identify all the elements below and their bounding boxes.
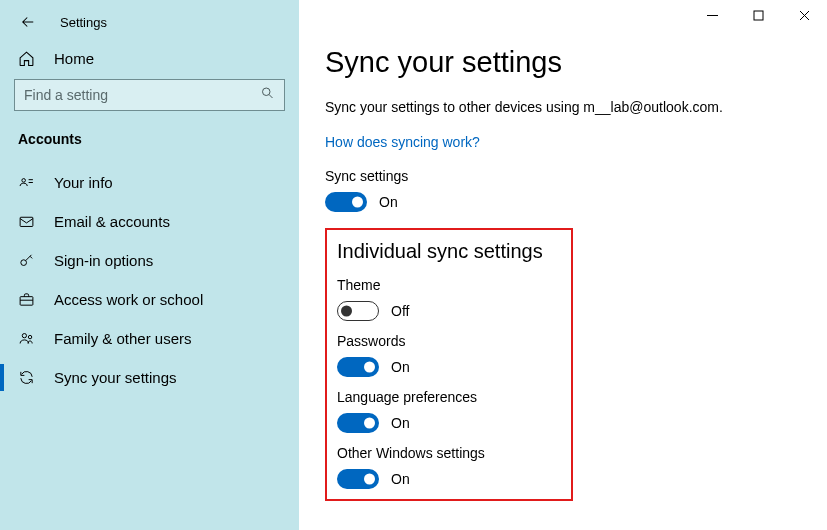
people-icon <box>18 330 36 347</box>
briefcase-icon <box>18 291 36 308</box>
sidebar-item-label: Family & other users <box>54 330 192 347</box>
sync-settings-label: Sync settings <box>325 168 801 184</box>
home-icon <box>18 50 36 67</box>
svg-rect-4 <box>20 297 33 306</box>
svg-point-5 <box>22 334 26 338</box>
how-syncing-works-link[interactable]: How does syncing work? <box>325 134 480 150</box>
theme-group: Theme Off <box>337 277 565 321</box>
titlebar <box>299 0 827 32</box>
main: Sync your settings Sync your settings to… <box>299 0 827 530</box>
search-icon <box>260 86 275 105</box>
sidebar-item-label: Sign-in options <box>54 252 153 269</box>
sync-settings-toggle-row: On <box>325 192 801 212</box>
language-label: Language preferences <box>337 389 565 405</box>
person-card-icon <box>18 174 36 191</box>
sidebar-item-label: Email & accounts <box>54 213 170 230</box>
sidebar-item-family-other-users[interactable]: Family & other users <box>0 319 299 358</box>
passwords-label: Passwords <box>337 333 565 349</box>
svg-point-6 <box>28 335 31 338</box>
sidebar-item-email-accounts[interactable]: Email & accounts <box>0 202 299 241</box>
svg-point-1 <box>22 179 26 183</box>
sidebar-top: Settings <box>0 0 299 42</box>
sidebar-item-label: Your info <box>54 174 113 191</box>
key-icon <box>18 252 36 269</box>
passwords-group: Passwords On <box>337 333 565 377</box>
language-state: On <box>391 415 410 431</box>
individual-sync-highlight: Individual sync settings Theme Off Passw… <box>325 228 573 501</box>
back-button[interactable] <box>18 12 38 32</box>
home-label: Home <box>54 50 94 67</box>
sync-settings-toggle[interactable] <box>325 192 367 212</box>
search-input[interactable] <box>15 80 284 110</box>
nav: Your info Email & accounts Sign-in optio… <box>0 163 299 530</box>
page-title: Sync your settings <box>325 46 801 79</box>
home-button[interactable]: Home <box>0 42 299 79</box>
sidebar-item-label: Access work or school <box>54 291 203 308</box>
close-button[interactable] <box>781 0 827 30</box>
theme-toggle[interactable] <box>337 301 379 321</box>
sidebar-item-your-info[interactable]: Your info <box>0 163 299 202</box>
back-arrow-icon <box>19 13 37 31</box>
close-icon <box>799 10 810 21</box>
maximize-button[interactable] <box>735 0 781 30</box>
language-toggle[interactable] <box>337 413 379 433</box>
theme-state: Off <box>391 303 409 319</box>
search-box[interactable] <box>14 79 285 111</box>
maximize-icon <box>753 10 764 21</box>
svg-rect-2 <box>20 217 33 226</box>
passwords-toggle[interactable] <box>337 357 379 377</box>
sync-settings-group: Sync settings On <box>325 168 801 212</box>
svg-point-3 <box>21 260 27 266</box>
sidebar: Settings Home Accounts Your info Email &… <box>0 0 299 530</box>
sidebar-item-sync-settings[interactable]: Sync your settings <box>0 358 299 397</box>
svg-rect-7 <box>754 11 763 20</box>
sidebar-item-signin-options[interactable]: Sign-in options <box>0 241 299 280</box>
search-wrap <box>0 79 299 125</box>
sync-settings-state: On <box>379 194 398 210</box>
section-label: Accounts <box>0 125 299 163</box>
passwords-state: On <box>391 359 410 375</box>
sidebar-item-access-work-school[interactable]: Access work or school <box>0 280 299 319</box>
svg-point-0 <box>263 88 271 96</box>
page-description: Sync your settings to other devices usin… <box>325 99 801 115</box>
other-windows-toggle[interactable] <box>337 469 379 489</box>
minimize-button[interactable] <box>689 0 735 30</box>
app-title: Settings <box>60 15 107 30</box>
minimize-icon <box>707 10 718 21</box>
email-icon <box>18 213 36 230</box>
other-windows-label: Other Windows settings <box>337 445 565 461</box>
other-windows-group: Other Windows settings On <box>337 445 565 489</box>
language-group: Language preferences On <box>337 389 565 433</box>
content: Sync your settings Sync your settings to… <box>299 32 827 501</box>
individual-sync-heading: Individual sync settings <box>337 240 565 263</box>
sync-icon <box>18 369 36 386</box>
other-windows-state: On <box>391 471 410 487</box>
sidebar-item-label: Sync your settings <box>54 369 177 386</box>
theme-label: Theme <box>337 277 565 293</box>
